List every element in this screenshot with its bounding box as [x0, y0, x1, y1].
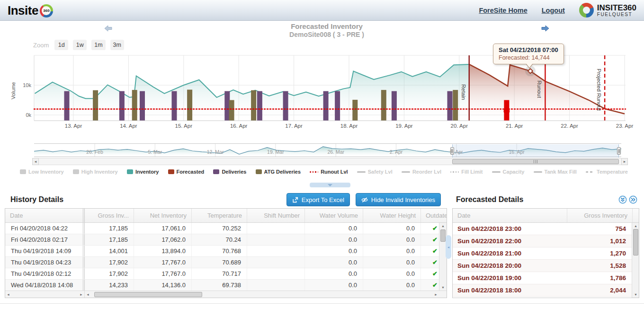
legend-item-atg-deliveries[interactable]: ATG Deliveries: [256, 169, 301, 175]
table-row[interactable]: Fri 04/20/2018 02:1717,18517,062.070.240…: [5, 234, 447, 246]
legend-swatch-icon: [357, 171, 366, 173]
legend-item-low-inventory[interactable]: Low Inventory: [20, 169, 64, 175]
cell: 17,185: [85, 223, 134, 234]
table-row[interactable]: Fri 04/20/2018 04:2217,18517,061.070.252…: [5, 223, 447, 234]
scrollbar-thumb[interactable]: [452, 159, 619, 164]
navigator-scrollbar[interactable]: ◄ ►: [32, 158, 628, 165]
history-details-title: History Details: [10, 195, 63, 204]
legend-item-forecasted[interactable]: Forecasted: [168, 169, 205, 175]
history-col-header[interactable]: Outdated: [421, 209, 447, 222]
x-axis-tick: 15. Apr: [175, 123, 193, 129]
bottom-divider: [0, 303, 644, 304]
forecast-vertical-scrollbar[interactable]: ▲ ▼: [632, 223, 639, 298]
main-chart[interactable]: RetainRunoutProjected Runout13. Apr14. A…: [9, 52, 635, 136]
legend-swatch-icon: [310, 171, 318, 173]
cell: 0.0: [305, 246, 363, 256]
legend-item-tank-max-fill[interactable]: Tank Max Fill: [534, 169, 577, 175]
cell: 0.0: [305, 223, 363, 234]
history-col-header[interactable]: Water Height: [363, 209, 421, 222]
tooltip-value: Forecasted: 14,744: [499, 54, 558, 61]
cell: 17,902: [85, 268, 134, 279]
cell: Fri 04/20/2018 02:17: [5, 234, 85, 245]
history-col-header[interactable]: Gross Inv...: [85, 209, 134, 222]
legend-label: Safety Lvl: [368, 169, 393, 175]
scrollbar-track[interactable]: [39, 158, 621, 165]
history-horizontal-scrollbar[interactable]: ◄ ► ◄ ►: [5, 291, 447, 298]
cell: 0.0: [363, 268, 421, 279]
forecast-col-header[interactable]: Date: [453, 209, 567, 222]
legend-item-reorder-lvl[interactable]: Reorder Lvl: [402, 169, 441, 175]
scroll-right-arrow-icon[interactable]: ►: [621, 158, 628, 165]
collapse-down-icon[interactable]: [618, 195, 627, 204]
history-hscroll-thumb[interactable]: [94, 292, 202, 297]
table-row[interactable]: Thu 04/19/2018 04:2317,90217,767.070.689…: [5, 257, 447, 268]
legend-item-fill-limit[interactable]: Fill Limit: [450, 169, 483, 175]
export-to-excel-button[interactable]: Export To Excel: [286, 193, 350, 206]
legend-item-temperature[interactable]: Temperature: [586, 169, 628, 175]
navigator-selection[interactable]: [452, 144, 619, 158]
table-row[interactable]: Sun 04/22/2018 19:001,786: [453, 272, 639, 284]
scroll-right-arrow-icon[interactable]: ►: [78, 293, 84, 296]
scroll-up-arrow-icon[interactable]: ▲: [439, 223, 447, 229]
x-axis-tick: 19. Apr: [395, 123, 413, 129]
history-col-header[interactable]: Water Volume: [305, 209, 363, 222]
table-row[interactable]: Wed 04/18/2018 14:0814,23314,136.069.738…: [5, 280, 447, 291]
forecast-date-cell: Sun 04/22/2018 22:00: [453, 235, 567, 247]
cell: 0.0: [305, 268, 363, 279]
navigator-handle-left[interactable]: [450, 147, 454, 155]
history-col-header[interactable]: Net Inventory: [134, 209, 192, 222]
forecast-vscroll-thumb[interactable]: [633, 229, 638, 255]
zoom-option-3m[interactable]: 3m: [110, 40, 124, 50]
panel-collapse-handle[interactable]: ◂: [446, 235, 451, 259]
scroll-left-arrow-icon[interactable]: ◄: [32, 158, 39, 165]
cell: Fri 04/20/2018 04:22: [5, 223, 85, 234]
atg-delivery-bar: [132, 90, 137, 121]
next-tank-arrow-icon[interactable]: [541, 25, 549, 34]
table-row[interactable]: Sun 04/22/2018 23:00754: [453, 223, 639, 235]
history-col-header[interactable]: Temperature: [192, 209, 247, 222]
history-vscroll-thumb[interactable]: [440, 229, 446, 242]
scroll-left-arrow-icon[interactable]: ◄: [5, 293, 11, 296]
legend-item-high-inventory[interactable]: High Inventory: [73, 169, 118, 175]
legend-item-deliveries[interactable]: Deliveries: [213, 169, 246, 175]
table-row[interactable]: Thu 04/19/2018 02:1217,90217,767.070.717…: [5, 268, 447, 280]
foresite-home-link[interactable]: ForeSite Home: [479, 7, 527, 14]
chart-navigator[interactable]: 26. Feb5. Mar12. Mar19. Mar26. Mar2. Apr…: [34, 143, 621, 158]
table-row[interactable]: Sun 04/22/2018 21:001,270: [453, 247, 639, 260]
history-col-header[interactable]: Shift Number: [247, 209, 305, 222]
legend-swatch-icon: [402, 171, 410, 173]
zoom-option-1w[interactable]: 1w: [73, 40, 87, 50]
history-col-header[interactable]: Date: [5, 209, 85, 222]
cell: 17,902: [85, 257, 134, 268]
scroll-left-arrow-icon[interactable]: ◄: [85, 293, 91, 296]
table-row[interactable]: Sun 04/22/2018 18:002,044: [453, 284, 639, 297]
forecast-col-header[interactable]: Gross Inventory: [567, 209, 633, 222]
zoom-option-1d[interactable]: 1d: [54, 40, 68, 50]
scroll-down-arrow-icon[interactable]: ▼: [439, 284, 447, 291]
table-row[interactable]: Sun 04/22/2018 22:001,012: [453, 235, 639, 247]
previous-tank-arrow-icon[interactable]: [104, 25, 112, 34]
navigator-tick: 19. Mar: [267, 149, 284, 155]
navigator-handle-right[interactable]: [617, 147, 621, 155]
x-axis-tick: 20. Apr: [451, 123, 468, 129]
legend-item-safety-lvl[interactable]: Safety Lvl: [357, 169, 393, 175]
scroll-right-arrow-icon[interactable]: ►: [433, 293, 439, 296]
history-table-body: Fri 04/20/2018 04:2217,18517,061.070.252…: [5, 223, 447, 291]
legend-item-runout-lvl[interactable]: Runout Lvl: [310, 169, 348, 175]
chart-legend: Low InventoryHigh InventoryInventoryFore…: [20, 169, 628, 175]
insite360-brand-logo[interactable]: Insite 360: [8, 3, 53, 18]
table-row[interactable]: Sun 04/22/2018 20:001,528: [453, 260, 639, 272]
legend-item-capacity[interactable]: Capacity: [492, 169, 525, 175]
legend-item-inventory[interactable]: Inventory: [127, 169, 159, 175]
cell: 17,061.0: [134, 223, 192, 234]
table-row[interactable]: Thu 04/19/2018 14:0914,00113,894.070.768…: [5, 246, 447, 257]
scroll-up-arrow-icon[interactable]: ▲: [632, 223, 639, 229]
zoom-option-1m[interactable]: 1m: [91, 40, 105, 50]
scroll-down-arrow-icon[interactable]: ▼: [632, 291, 639, 298]
x-axis-tick: 14. Apr: [120, 123, 137, 129]
hide-invalid-inventories-button[interactable]: Hide Invalid Inventories: [356, 193, 441, 206]
logout-link[interactable]: Logout: [542, 7, 565, 14]
chart-collapse-handle[interactable]: [310, 183, 350, 187]
collapse-right-icon[interactable]: [629, 195, 637, 204]
cell: 0.0: [363, 246, 421, 256]
